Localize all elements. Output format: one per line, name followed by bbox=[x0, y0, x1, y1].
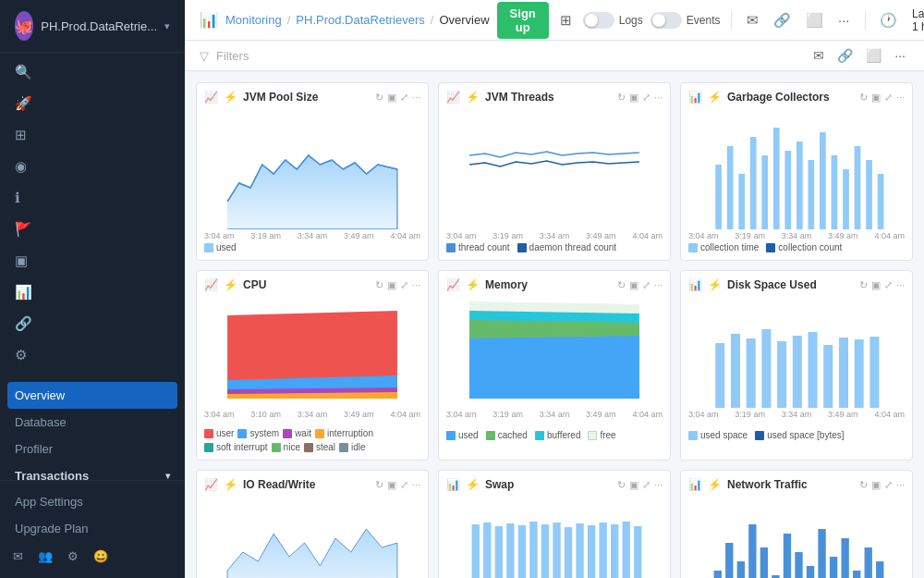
logs-toggle[interactable] bbox=[583, 12, 614, 29]
topbar-mail-icon[interactable]: ✉ bbox=[743, 10, 762, 31]
chart-refresh-icon[interactable]: ↻ bbox=[375, 92, 383, 104]
chart-gc-expand-icon[interactable]: ⤢ bbox=[884, 92, 893, 104]
chart-jvm-pool-size-title: JVM Pool Size bbox=[243, 91, 370, 104]
sidebar-item-upgrade-plan[interactable]: Upgrade Plan bbox=[0, 515, 185, 542]
svg-rect-45 bbox=[588, 525, 595, 578]
chart-cpu-more-icon[interactable]: ··· bbox=[412, 279, 420, 291]
topbar-expand-icon[interactable]: ⬜ bbox=[802, 10, 827, 31]
chart-disk-more-icon[interactable]: ··· bbox=[896, 279, 905, 291]
sidebar-search-icon[interactable]: 🔍 bbox=[0, 56, 185, 88]
chart-net-minimize-icon[interactable]: ▣ bbox=[871, 479, 881, 491]
chart-cpu-minimize-icon[interactable]: ▣ bbox=[387, 279, 396, 291]
chart-cpu-line-icon: 📈 bbox=[204, 278, 218, 291]
breadcrumb-monitoring[interactable]: Monitoring bbox=[225, 13, 282, 27]
svg-rect-29 bbox=[808, 332, 818, 408]
sidebar-chart-icon[interactable]: 📊 bbox=[0, 277, 185, 308]
sidebar-item-database[interactable]: Database bbox=[0, 409, 185, 436]
chart-io-more-icon[interactable]: ··· bbox=[412, 479, 420, 491]
chart-swap-expand-icon[interactable]: ⤢ bbox=[642, 479, 650, 491]
charts-area: 📈 ⚡ JVM Pool Size ↻ ▣ ⤢ ··· bbox=[185, 71, 924, 578]
sidebar-grid-icon[interactable]: ⊞ bbox=[0, 119, 185, 151]
chart-swap-minimize-icon[interactable]: ▣ bbox=[629, 479, 638, 491]
chart-memory-refresh-icon[interactable]: ↻ bbox=[617, 279, 626, 291]
topbar-grid-icon[interactable]: ⊞ bbox=[556, 10, 576, 31]
charts-row-2: 📈 ⚡ CPU ↻ ▣ ⤢ ··· bbox=[196, 270, 913, 461]
chart-cpu-refresh-icon[interactable]: ↻ bbox=[375, 279, 383, 291]
chart-threads-minimize-icon[interactable]: ▣ bbox=[629, 92, 638, 104]
topbar-more-icon[interactable]: ··· bbox=[834, 10, 854, 30]
sidebar-circle-icon[interactable]: ◉ bbox=[0, 151, 185, 182]
chart-net-more-icon[interactable]: ··· bbox=[896, 479, 905, 491]
events-toggle-group: Events bbox=[650, 12, 721, 29]
chart-cpu-expand-icon[interactable]: ⤢ bbox=[400, 279, 408, 291]
topbar-time-label[interactable]: Last 1 hr bbox=[908, 6, 924, 35]
events-toggle[interactable] bbox=[650, 12, 682, 29]
chart-gc-minimize-icon[interactable]: ▣ bbox=[871, 92, 881, 104]
sidebar-link-icon[interactable]: 🔗 bbox=[0, 308, 185, 339]
sidebar-gear-icon[interactable]: ⚙ bbox=[0, 339, 185, 371]
legend-cpu-nice: nice bbox=[272, 442, 300, 452]
sidebar-item-app-settings[interactable]: App Settings bbox=[0, 488, 185, 515]
chart-cpu-body: 3:04 am3:10 am3:34 am3:49 am4:04 am bbox=[204, 297, 420, 426]
breadcrumb-service[interactable]: PH.Prod.DataRetrievers bbox=[296, 13, 424, 27]
chart-memory-line-icon: 📈 bbox=[446, 278, 460, 291]
filter-mail-icon[interactable]: ✉ bbox=[809, 46, 828, 65]
chart-gc-refresh-icon[interactable]: ↻ bbox=[859, 92, 868, 104]
chart-threads-more-icon[interactable]: ··· bbox=[654, 92, 663, 104]
sidebar-users-icon[interactable]: 👥 bbox=[32, 546, 58, 567]
chart-threads-refresh-icon[interactable]: ↻ bbox=[617, 92, 626, 104]
chart-disk-minimize-icon[interactable]: ▣ bbox=[871, 279, 881, 291]
chart-net-refresh-icon[interactable]: ↻ bbox=[859, 479, 868, 491]
chart-memory-minimize-icon[interactable]: ▣ bbox=[629, 279, 638, 291]
chart-io-expand-icon[interactable]: ⤢ bbox=[400, 479, 408, 491]
legend-used: used bbox=[204, 242, 237, 252]
sidebar-logo[interactable]: 🐙 PH.Prod.DataRetrie... ▾ bbox=[0, 0, 185, 53]
sidebar-item-transactions[interactable]: Transactions▾ bbox=[0, 462, 185, 480]
chart-minimize-icon[interactable]: ▣ bbox=[387, 92, 396, 104]
sidebar-square-icon[interactable]: ▣ bbox=[0, 245, 185, 277]
chart-io-refresh-icon[interactable]: ↻ bbox=[375, 479, 383, 491]
topbar-clock-icon[interactable]: 🕐 bbox=[876, 10, 901, 31]
topbar-link-icon[interactable]: 🔗 bbox=[770, 10, 795, 31]
signup-button[interactable]: Sign up bbox=[497, 2, 549, 39]
svg-rect-61 bbox=[841, 538, 848, 578]
chart-swap-more-icon[interactable]: ··· bbox=[654, 479, 663, 491]
svg-rect-30 bbox=[823, 345, 833, 408]
chart-disk-expand-icon[interactable]: ⤢ bbox=[884, 279, 893, 291]
sidebar-info-icon[interactable]: ℹ bbox=[0, 182, 185, 214]
chart-more-icon[interactable]: ··· bbox=[412, 92, 420, 104]
chart-gc-more-icon[interactable]: ··· bbox=[896, 92, 905, 104]
logo-text: PH.Prod.DataRetrie... bbox=[41, 19, 157, 33]
chart-expand-icon[interactable]: ⤢ bbox=[400, 92, 408, 104]
filter-more-icon[interactable]: ··· bbox=[891, 46, 909, 65]
filter-expand-icon[interactable]: ⬜ bbox=[862, 46, 885, 65]
chart-swap-refresh-icon[interactable]: ↻ bbox=[617, 479, 626, 491]
sidebar-avatar-icon[interactable]: 😀 bbox=[88, 546, 114, 567]
logo-chevron: ▾ bbox=[164, 20, 170, 32]
sidebar-item-overview[interactable]: Overview bbox=[7, 382, 177, 409]
svg-rect-5 bbox=[773, 128, 780, 229]
chart-memory-expand-icon[interactable]: ⤢ bbox=[642, 279, 650, 291]
chart-memory-controls: ↻ ▣ ⤢ ··· bbox=[617, 279, 663, 291]
chart-memory-more-icon[interactable]: ··· bbox=[654, 279, 663, 291]
chart-io-line-icon: 📈 bbox=[204, 478, 218, 491]
chart-threads-expand-icon[interactable]: ⤢ bbox=[642, 92, 650, 104]
sidebar-item-profiler[interactable]: Profiler bbox=[0, 436, 185, 462]
sidebar-settings-icon[interactable]: ⚙ bbox=[62, 546, 84, 567]
chart-garbage-collectors-title: Garbage Collectors bbox=[727, 91, 854, 104]
filter-link-icon[interactable]: 🔗 bbox=[833, 46, 857, 65]
chart-disk-bar-icon: 📊 bbox=[688, 278, 702, 291]
sidebar-rocket-icon[interactable]: 🚀 bbox=[0, 88, 185, 119]
svg-rect-56 bbox=[784, 534, 791, 578]
chart-cpu: 📈 ⚡ CPU ↻ ▣ ⤢ ··· bbox=[196, 270, 429, 461]
chart-disk-refresh-icon[interactable]: ↻ bbox=[859, 279, 868, 291]
chart-jvm-pool-size: 📈 ⚡ JVM Pool Size ↻ ▣ ⤢ ··· bbox=[196, 82, 429, 261]
sidebar-flag-icon[interactable]: 🚩 bbox=[0, 214, 185, 245]
chart-io-minimize-icon[interactable]: ▣ bbox=[387, 479, 396, 491]
sidebar-mail-icon[interactable]: ✉ bbox=[7, 546, 29, 567]
chart-net-expand-icon[interactable]: ⤢ bbox=[884, 479, 893, 491]
legend-collection-time: collection time bbox=[688, 242, 759, 252]
svg-rect-48 bbox=[623, 522, 630, 578]
breadcrumb-sep2: / bbox=[431, 13, 434, 27]
svg-marker-22 bbox=[469, 336, 639, 399]
